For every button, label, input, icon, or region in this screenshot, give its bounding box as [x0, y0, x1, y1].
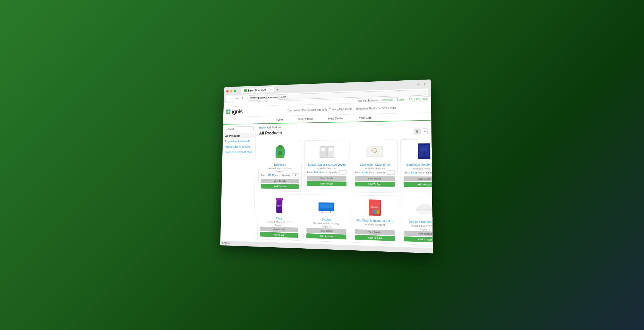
svg-rect-7	[321, 148, 325, 150]
price-unit: each	[275, 174, 280, 176]
product-name[interactable]: Flip Chart Markers (set of 8)	[357, 218, 394, 223]
svg-line-27	[321, 213, 332, 213]
browser-tab-active[interactable]: Ignis Storefront ✕	[241, 87, 274, 93]
product-card-badge: Badge Holder Kits (100 count) Available …	[304, 140, 349, 192]
add-to-cart-button[interactable]: Add To Cart	[355, 182, 395, 187]
breadcrumb-home[interactable]: Home	[259, 126, 266, 129]
svg-text:Sharpie: Sharpie	[371, 205, 379, 208]
product-name[interactable]: Badge Holder Kits (100 count)	[308, 163, 346, 166]
quantity-input[interactable]	[292, 173, 299, 177]
price-label: Price:	[307, 171, 313, 173]
nav-your-cart[interactable]: Your Cart	[351, 114, 379, 121]
language-selector[interactable]: English	[222, 241, 230, 244]
svg-rect-31	[371, 209, 372, 214]
svg-rect-20	[276, 198, 283, 200]
view-details-button[interactable]: View Details	[355, 176, 395, 181]
product-image-badge	[318, 143, 336, 161]
view-details-button[interactable]: View Details	[307, 176, 346, 181]
logo-area: ignis	[226, 108, 259, 115]
svg-rect-34	[377, 209, 379, 214]
sidebar-item-sales[interactable]: Sales Enablement Tools	[222, 149, 255, 155]
product-meta-pages: Pages: 2	[261, 170, 299, 173]
product-image-cert-flat: Certificate	[365, 142, 384, 161]
sidebar-item-all-products[interactable]: All Products	[223, 133, 256, 139]
svg-rect-9	[329, 148, 333, 150]
window-maximize-btn[interactable]	[234, 90, 236, 92]
nav-help-center[interactable]: Help Center	[321, 114, 351, 122]
view-details-button[interactable]: View Details	[261, 179, 299, 183]
product-image-cups: ignis	[271, 197, 288, 215]
product-meta-revised: Revised: March 22, 2022	[260, 220, 298, 224]
view-details-button[interactable]: View Details	[404, 231, 433, 237]
view-details-button[interactable]: View Details	[307, 228, 346, 234]
product-image-caps	[415, 199, 433, 218]
forward-button[interactable]: →	[234, 96, 240, 101]
nav-home[interactable]: Home	[268, 116, 290, 123]
product-card-display: Display Revised: March 22, 2022 Pages: 2…	[303, 194, 349, 242]
product-meta-revised: Revised: March 22, 2022	[261, 167, 299, 170]
list-view-button[interactable]: ≡	[422, 128, 428, 134]
back-button[interactable]: ←	[228, 96, 233, 101]
svg-rect-6	[320, 146, 326, 157]
quantity-label: Quantity:	[376, 171, 386, 174]
view-details-button[interactable]: View Details	[404, 176, 433, 181]
product-name[interactable]: Cups	[276, 217, 282, 220]
nav-order-status[interactable]: Order Status	[290, 115, 321, 123]
checkout-link[interactable]: Checkout	[382, 98, 393, 101]
product-name[interactable]: Certificate Holder (Folded)	[406, 163, 433, 166]
product-name[interactable]: Backpack	[274, 163, 286, 166]
product-name[interactable]: Golf and Baseball Caps	[409, 220, 433, 224]
svg-rect-32	[373, 209, 374, 214]
product-image-display	[317, 197, 336, 216]
site-tagline: Your on line place for all things Ignis …	[259, 105, 428, 112]
product-name[interactable]: Certificate Holder (Flat)	[360, 163, 390, 166]
window-minimize-btn[interactable]	[230, 90, 232, 92]
add-to-cart-button[interactable]: Add To Cart	[355, 235, 395, 241]
logo-square-green	[226, 109, 228, 112]
bookmark-icon[interactable]: ☆	[417, 82, 420, 87]
price-unit: each	[369, 171, 374, 174]
grid-view-button[interactable]: ⊞	[414, 128, 421, 134]
tab-favicon	[244, 89, 247, 92]
tab-close-icon[interactable]: ✕	[269, 88, 272, 91]
quantity-input[interactable]	[339, 170, 346, 174]
price-unit: each	[418, 171, 424, 174]
window-close-btn[interactable]	[226, 90, 228, 92]
svg-rect-24	[320, 203, 333, 208]
svg-rect-2	[279, 145, 282, 147]
site-logo-text: ignis	[232, 108, 243, 115]
svg-rect-33	[375, 209, 376, 214]
add-to-cart-button[interactable]: Add To Cart	[404, 182, 433, 187]
currency-selector[interactable]: USD - US Dollar	[408, 97, 428, 101]
product-card-cups: ignis Cups Revised: March 22, 2022	[257, 194, 302, 241]
svg-text:Certificate: Certificate	[371, 150, 378, 152]
new-tab-button[interactable]: +	[275, 87, 280, 92]
product-meta-available: Available Items: 21	[355, 223, 395, 227]
content-area: Home > All Products All Products ⊞ ≡	[254, 121, 433, 248]
page-title: All Products	[259, 131, 282, 136]
product-card-cert-folded: Certificate Holder (Folded) Available It…	[400, 139, 433, 193]
login-link[interactable]: Login	[397, 98, 404, 101]
price-label: Price:	[404, 171, 410, 174]
add-to-cart-button[interactable]: Add To Cart	[307, 181, 346, 186]
add-to-cart-button[interactable]: Add To Cart	[260, 232, 298, 238]
refresh-button[interactable]: ↻	[241, 96, 246, 100]
view-details-button[interactable]: View Details	[355, 229, 395, 235]
product-price: $1.58	[362, 171, 368, 174]
quantity-input[interactable]	[387, 170, 395, 175]
product-meta-available: Available Items: 168	[404, 167, 433, 170]
product-price: $26.24	[314, 171, 321, 173]
browser-menu-icon[interactable]: ⋮	[423, 82, 427, 86]
add-to-cart-button[interactable]: Add To Cart	[261, 184, 299, 189]
search-input[interactable]	[225, 126, 254, 131]
sidebar-item-rfp[interactable]: Request for Proposals	[223, 144, 255, 149]
product-name[interactable]: Display	[322, 218, 331, 221]
breadcrumb: Home > All Products	[259, 123, 427, 129]
svg-rect-3	[278, 151, 282, 155]
sidebar-item-promotional[interactable]: Promotional Materials	[223, 138, 255, 144]
logo-square-green3	[228, 112, 230, 114]
view-details-button[interactable]: View Details	[260, 226, 299, 232]
product-card-markers: Sharpie Flip Chart Markers (set of 8) Av…	[352, 195, 398, 244]
add-to-cart-button[interactable]: Add To Cart	[306, 233, 346, 239]
add-to-cart-button[interactable]: Add To Cart	[404, 236, 433, 243]
